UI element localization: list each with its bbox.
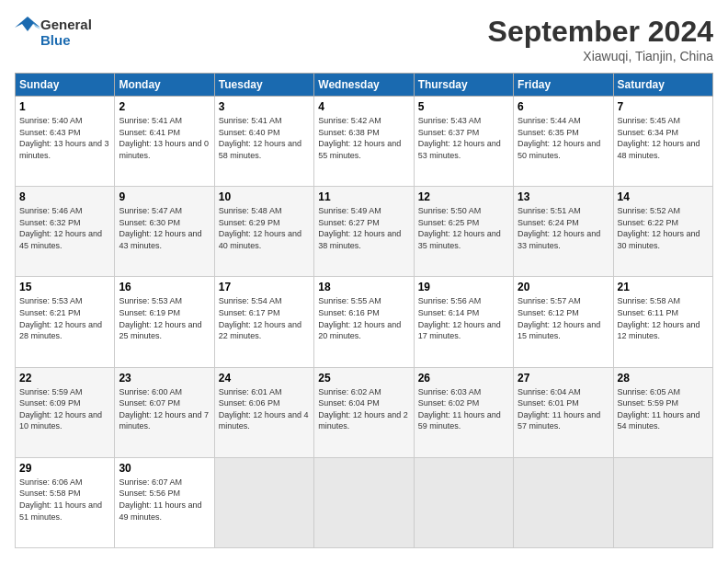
- calendar-cell: [314, 457, 414, 547]
- day-number: 4: [318, 100, 409, 113]
- day-number: 26: [418, 372, 509, 385]
- col-wednesday: Wednesday: [314, 74, 414, 97]
- day-number: 11: [318, 190, 409, 203]
- day-info: Sunrise: 6:05 AMSunset: 5:59 PMDaylight:…: [618, 386, 709, 432]
- calendar-cell: 2Sunrise: 5:41 AMSunset: 6:41 PMDaylight…: [115, 97, 214, 187]
- calendar-cell: 5Sunrise: 5:43 AMSunset: 6:37 PMDaylight…: [414, 97, 513, 187]
- calendar-row: 15Sunrise: 5:53 AMSunset: 6:21 PMDayligh…: [16, 277, 713, 367]
- day-info: Sunrise: 6:01 AMSunset: 6:06 PMDaylight:…: [219, 386, 310, 432]
- col-saturday: Saturday: [613, 74, 712, 97]
- logo-line2: Blue: [40, 32, 92, 48]
- day-info: Sunrise: 5:49 AMSunset: 6:27 PMDaylight:…: [318, 205, 409, 251]
- calendar-cell: 19Sunrise: 5:56 AMSunset: 6:14 PMDayligh…: [414, 277, 513, 367]
- day-info: Sunrise: 5:55 AMSunset: 6:16 PMDaylight:…: [318, 295, 409, 341]
- page-header: General Blue September 2024 Xiawuqi, Tia…: [15, 15, 713, 63]
- calendar-cell: 22Sunrise: 5:59 AMSunset: 6:09 PMDayligh…: [16, 367, 115, 457]
- day-number: 7: [618, 100, 709, 113]
- day-info: Sunrise: 6:07 AMSunset: 5:56 PMDaylight:…: [119, 477, 210, 523]
- day-info: Sunrise: 5:51 AMSunset: 6:24 PMDaylight:…: [518, 205, 609, 251]
- day-number: 17: [219, 281, 310, 293]
- day-info: Sunrise: 5:53 AMSunset: 6:19 PMDaylight:…: [119, 295, 210, 341]
- day-number: 28: [618, 372, 709, 385]
- day-info: Sunrise: 6:03 AMSunset: 6:02 PMDaylight:…: [418, 386, 509, 432]
- day-number: 27: [518, 372, 609, 385]
- svg-marker-0: [15, 17, 40, 31]
- day-info: Sunrise: 6:00 AMSunset: 6:07 PMDaylight:…: [119, 386, 210, 432]
- calendar-cell: 20Sunrise: 5:57 AMSunset: 6:12 PMDayligh…: [514, 277, 613, 367]
- day-number: 2: [119, 100, 210, 113]
- day-number: 21: [618, 281, 709, 293]
- calendar-row: 29Sunrise: 6:06 AMSunset: 5:58 PMDayligh…: [16, 457, 713, 547]
- logo-bird-icon: [15, 15, 40, 50]
- calendar-cell: 12Sunrise: 5:50 AMSunset: 6:25 PMDayligh…: [414, 187, 513, 277]
- calendar-row: 1Sunrise: 5:40 AMSunset: 6:43 PMDaylight…: [16, 97, 713, 187]
- calendar-cell: 29Sunrise: 6:06 AMSunset: 5:58 PMDayligh…: [16, 457, 115, 547]
- day-info: Sunrise: 5:43 AMSunset: 6:37 PMDaylight:…: [418, 115, 509, 161]
- col-thursday: Thursday: [414, 74, 513, 97]
- day-number: 23: [119, 372, 210, 385]
- calendar-cell: 25Sunrise: 6:02 AMSunset: 6:04 PMDayligh…: [314, 367, 414, 457]
- col-tuesday: Tuesday: [214, 74, 313, 97]
- calendar-cell: [414, 457, 513, 547]
- col-monday: Monday: [115, 74, 214, 97]
- calendar-row: 8Sunrise: 5:46 AMSunset: 6:32 PMDaylight…: [16, 187, 713, 277]
- calendar-cell: 13Sunrise: 5:51 AMSunset: 6:24 PMDayligh…: [514, 187, 613, 277]
- calendar-cell: 15Sunrise: 5:53 AMSunset: 6:21 PMDayligh…: [16, 277, 115, 367]
- calendar-cell: 30Sunrise: 6:07 AMSunset: 5:56 PMDayligh…: [115, 457, 214, 547]
- calendar-cell: 24Sunrise: 6:01 AMSunset: 6:06 PMDayligh…: [214, 367, 313, 457]
- calendar-cell: 14Sunrise: 5:52 AMSunset: 6:22 PMDayligh…: [613, 187, 712, 277]
- location: Xiawuqi, Tianjin, China: [488, 49, 713, 63]
- day-info: Sunrise: 5:41 AMSunset: 6:40 PMDaylight:…: [219, 115, 310, 161]
- calendar-cell: 7Sunrise: 5:45 AMSunset: 6:34 PMDaylight…: [613, 97, 712, 187]
- day-number: 10: [219, 190, 310, 203]
- day-info: Sunrise: 5:59 AMSunset: 6:09 PMDaylight:…: [19, 386, 110, 432]
- day-number: 1: [19, 100, 110, 113]
- day-info: Sunrise: 5:52 AMSunset: 6:22 PMDaylight:…: [618, 205, 709, 251]
- day-info: Sunrise: 5:46 AMSunset: 6:32 PMDaylight:…: [19, 205, 110, 251]
- day-info: Sunrise: 5:41 AMSunset: 6:41 PMDaylight:…: [119, 115, 210, 161]
- day-number: 12: [418, 190, 509, 203]
- day-number: 25: [318, 372, 409, 385]
- day-info: Sunrise: 5:54 AMSunset: 6:17 PMDaylight:…: [219, 295, 310, 341]
- calendar-cell: 23Sunrise: 6:00 AMSunset: 6:07 PMDayligh…: [115, 367, 214, 457]
- logo-line1: General: [40, 17, 92, 32]
- day-number: 20: [518, 281, 609, 293]
- day-info: Sunrise: 5:42 AMSunset: 6:38 PMDaylight:…: [318, 115, 409, 161]
- day-number: 13: [518, 190, 609, 203]
- calendar-cell: 27Sunrise: 6:04 AMSunset: 6:01 PMDayligh…: [514, 367, 613, 457]
- calendar-cell: 8Sunrise: 5:46 AMSunset: 6:32 PMDaylight…: [16, 187, 115, 277]
- day-number: 30: [119, 462, 210, 475]
- calendar-table: Sunday Monday Tuesday Wednesday Thursday…: [15, 73, 713, 548]
- day-number: 22: [19, 372, 110, 385]
- logo: General Blue: [15, 15, 92, 50]
- day-number: 16: [119, 281, 210, 293]
- col-sunday: Sunday: [16, 74, 115, 97]
- day-info: Sunrise: 6:06 AMSunset: 5:58 PMDaylight:…: [19, 477, 110, 523]
- calendar-cell: 16Sunrise: 5:53 AMSunset: 6:19 PMDayligh…: [115, 277, 214, 367]
- day-info: Sunrise: 5:45 AMSunset: 6:34 PMDaylight:…: [618, 115, 709, 161]
- day-info: Sunrise: 5:58 AMSunset: 6:11 PMDaylight:…: [618, 295, 709, 341]
- calendar-header-row: Sunday Monday Tuesday Wednesday Thursday…: [16, 74, 713, 97]
- day-info: Sunrise: 5:57 AMSunset: 6:12 PMDaylight:…: [518, 295, 609, 341]
- day-info: Sunrise: 6:02 AMSunset: 6:04 PMDaylight:…: [318, 386, 409, 432]
- calendar-cell: 3Sunrise: 5:41 AMSunset: 6:40 PMDaylight…: [214, 97, 313, 187]
- day-info: Sunrise: 5:53 AMSunset: 6:21 PMDaylight:…: [19, 295, 110, 341]
- calendar-cell: 4Sunrise: 5:42 AMSunset: 6:38 PMDaylight…: [314, 97, 414, 187]
- day-number: 18: [318, 281, 409, 293]
- day-number: 29: [19, 462, 110, 475]
- calendar-cell: 28Sunrise: 6:05 AMSunset: 5:59 PMDayligh…: [613, 367, 712, 457]
- day-info: Sunrise: 5:56 AMSunset: 6:14 PMDaylight:…: [418, 295, 509, 341]
- calendar-cell: 26Sunrise: 6:03 AMSunset: 6:02 PMDayligh…: [414, 367, 513, 457]
- day-number: 8: [19, 190, 110, 203]
- day-info: Sunrise: 6:04 AMSunset: 6:01 PMDaylight:…: [518, 386, 609, 432]
- calendar-cell: 1Sunrise: 5:40 AMSunset: 6:43 PMDaylight…: [16, 97, 115, 187]
- calendar-cell: [514, 457, 613, 547]
- day-info: Sunrise: 5:48 AMSunset: 6:29 PMDaylight:…: [219, 205, 310, 251]
- calendar-cell: 6Sunrise: 5:44 AMSunset: 6:35 PMDaylight…: [514, 97, 613, 187]
- calendar-cell: 9Sunrise: 5:47 AMSunset: 6:30 PMDaylight…: [115, 187, 214, 277]
- day-number: 19: [418, 281, 509, 293]
- day-info: Sunrise: 5:44 AMSunset: 6:35 PMDaylight:…: [518, 115, 609, 161]
- col-friday: Friday: [514, 74, 613, 97]
- month-title: September 2024: [488, 15, 713, 49]
- day-info: Sunrise: 5:40 AMSunset: 6:43 PMDaylight:…: [19, 115, 110, 161]
